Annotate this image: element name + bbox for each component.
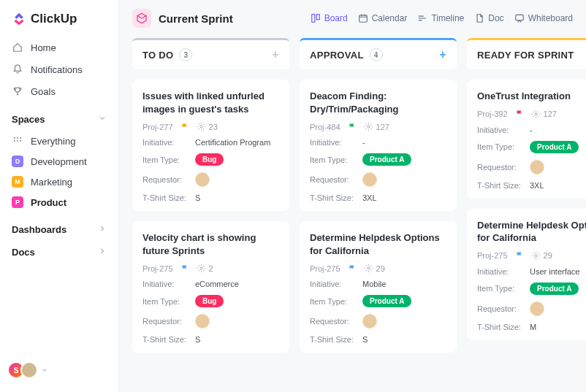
field-value: 3XL xyxy=(530,181,544,190)
docs-header[interactable]: Docs xyxy=(0,241,118,264)
space-development[interactable]: D Development xyxy=(0,151,118,172)
space-product[interactable]: P Product xyxy=(0,192,118,212)
card-meta: Proj-484127 xyxy=(310,122,446,131)
card-field-row: Item Type:Product A xyxy=(477,141,586,153)
column-title: READY FOR SPRINT xyxy=(477,50,574,61)
chevron-down-icon xyxy=(41,364,48,377)
task-card[interactable]: Determine Helpdesk Options for Californi… xyxy=(467,209,586,340)
gear-icon xyxy=(197,264,206,273)
add-card-button[interactable]: + xyxy=(439,48,446,61)
add-card-button[interactable]: + xyxy=(272,48,279,61)
svg-point-3 xyxy=(14,140,15,142)
card-meta: Proj-27723 xyxy=(142,122,279,131)
view-tabs: Board Calendar Timeline Doc Whiteboard xyxy=(311,13,573,23)
project-id: Proj-484 xyxy=(310,123,340,131)
space-badge-p: P xyxy=(12,196,23,208)
field-label: Requestor: xyxy=(142,317,195,326)
card-title: Velocity chart is showing future Sprints xyxy=(142,231,279,257)
space-label: Product xyxy=(31,197,66,208)
field-value: M xyxy=(530,323,536,331)
field-value: 3XL xyxy=(362,193,377,202)
svg-point-11 xyxy=(199,267,202,269)
user-avatar-other[interactable] xyxy=(20,361,38,379)
card-field-row: Requestor: xyxy=(142,172,279,187)
main-area: Current Sprint Board Calendar Timeline D… xyxy=(119,0,586,392)
task-card[interactable]: Determine Helpdesk Options for Californi… xyxy=(300,221,457,353)
field-label: Initiative: xyxy=(142,138,195,147)
requestor-avatar xyxy=(530,160,544,174)
chevron-right-icon xyxy=(98,247,107,258)
gear-icon xyxy=(197,122,206,131)
svg-point-10 xyxy=(199,126,202,128)
card-field-row: T-Shirt Size:M xyxy=(477,323,586,331)
task-card[interactable]: Velocity chart is showing future Sprints… xyxy=(132,221,289,353)
card-meta: Proj-27529 xyxy=(477,251,586,261)
tab-calendar[interactable]: Calendar xyxy=(358,13,408,23)
tab-timeline[interactable]: Timeline xyxy=(417,13,464,23)
space-everything-label: Everything xyxy=(31,136,75,147)
tab-calendar-label: Calendar xyxy=(372,13,408,23)
board-column: TO DO3+Issues with linked unfurled image… xyxy=(132,38,289,392)
svg-point-1 xyxy=(17,137,18,139)
task-card[interactable]: OneTrust IntegrationProj-392127Initiativ… xyxy=(467,80,586,199)
docs-label: Docs xyxy=(12,247,35,258)
board: TO DO3+Issues with linked unfurled image… xyxy=(119,38,586,392)
card-meta: Proj-27529 xyxy=(310,264,446,273)
gear-icon xyxy=(364,122,373,131)
tab-doc[interactable]: Doc xyxy=(474,13,503,23)
field-label: Initiative: xyxy=(477,267,530,276)
nav-notifications-label: Notifications xyxy=(31,64,83,75)
metric: 23 xyxy=(197,122,218,131)
card-title: Issues with linked unfurled images in gu… xyxy=(142,90,279,115)
metric: 2 xyxy=(197,264,213,273)
chevron-down-icon xyxy=(98,114,107,125)
dashboards-header[interactable]: Dashboards xyxy=(0,218,118,241)
sidebar: ClickUp Home Notifications Goals Spaces … xyxy=(0,0,119,392)
metric: 127 xyxy=(531,109,557,119)
field-label: Requestor: xyxy=(477,304,530,313)
field-label: Initiative: xyxy=(142,280,195,288)
item-type-pill: Bug xyxy=(195,153,224,166)
card-field-row: Item Type:Product A xyxy=(310,153,446,166)
field-label: Initiative: xyxy=(310,138,362,147)
card-title: Determine Helpdesk Options for Californi… xyxy=(310,231,446,257)
field-value: User interface xyxy=(530,267,579,276)
nav-home-label: Home xyxy=(31,42,56,53)
metric: 29 xyxy=(531,251,552,261)
card-field-row: T-Shirt Size:3XL xyxy=(477,181,586,190)
project-id: Proj-277 xyxy=(142,123,173,131)
card-field-row: Item Type:Product A xyxy=(477,283,586,295)
svg-point-12 xyxy=(367,126,369,128)
item-type-pill: Product A xyxy=(530,141,579,153)
nav-home[interactable]: Home xyxy=(0,36,118,58)
nav-notifications[interactable]: Notifications xyxy=(0,58,118,80)
task-card[interactable]: Deacom Finding: Dry/Trim/PackagingProj-4… xyxy=(300,80,457,211)
svg-point-15 xyxy=(534,255,536,257)
cube-icon xyxy=(132,9,151,28)
field-label: Requestor: xyxy=(310,317,362,326)
field-label: Initiative: xyxy=(310,280,362,288)
card-field-row: Initiative:- xyxy=(310,138,446,147)
space-marketing[interactable]: M Marketing xyxy=(0,172,118,192)
tab-whiteboard[interactable]: Whiteboard xyxy=(514,13,573,23)
requestor-avatar xyxy=(362,172,377,187)
home-icon xyxy=(12,42,23,53)
tab-board[interactable]: Board xyxy=(311,13,348,23)
field-label: T-Shirt Size: xyxy=(142,193,195,202)
space-everything[interactable]: Everything xyxy=(0,131,118,151)
spaces-header[interactable]: Spaces xyxy=(0,108,118,131)
field-value: S xyxy=(362,335,368,344)
user-avatars[interactable]: S xyxy=(0,357,118,383)
brand-logo[interactable]: ClickUp xyxy=(0,9,118,36)
card-meta: Proj-2752 xyxy=(142,264,279,273)
flag-icon xyxy=(348,264,357,273)
space-badge-d: D xyxy=(12,155,23,167)
workspace-title[interactable]: Current Sprint xyxy=(132,9,233,28)
project-id: Proj-275 xyxy=(477,251,508,260)
project-id: Proj-392 xyxy=(477,109,508,118)
item-type-pill: Product A xyxy=(362,153,411,166)
card-field-row: Requestor: xyxy=(477,160,586,174)
nav-goals[interactable]: Goals xyxy=(0,80,118,102)
field-label: T-Shirt Size: xyxy=(477,181,530,190)
task-card[interactable]: Issues with linked unfurled images in gu… xyxy=(132,80,289,211)
